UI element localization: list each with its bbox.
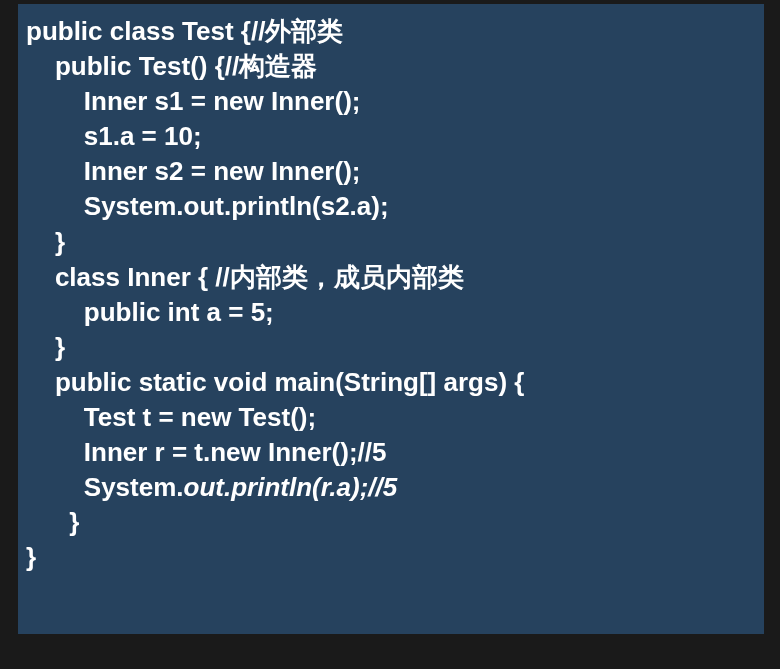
code-line: } (26, 540, 756, 575)
code-line: public static void main(String[] args) { (26, 365, 756, 400)
code-line: } (26, 225, 756, 260)
code-block: public class Test {//外部类 public Test() {… (18, 4, 764, 634)
code-line: Inner s2 = new Inner(); (26, 154, 756, 189)
code-line: Test t = new Test(); (26, 400, 756, 435)
code-line: public Test() {//构造器 (26, 49, 756, 84)
code-span-italic: out.println(r.a);//5 (184, 472, 398, 502)
code-line: Inner r = t.new Inner();//5 (26, 435, 756, 470)
code-line: public class Test {//外部类 (26, 14, 756, 49)
code-line: Inner s1 = new Inner(); (26, 84, 756, 119)
code-line: } (26, 505, 756, 540)
code-line: s1.a = 10; (26, 119, 756, 154)
code-line: } (26, 330, 756, 365)
code-line: class Inner { //内部类，成员内部类 (26, 260, 756, 295)
code-span-normal: System. (26, 472, 184, 502)
code-line: public int a = 5; (26, 295, 756, 330)
code-line: System.out.println(s2.a); (26, 189, 756, 224)
code-line-italic: System.out.println(r.a);//5 (26, 470, 756, 505)
